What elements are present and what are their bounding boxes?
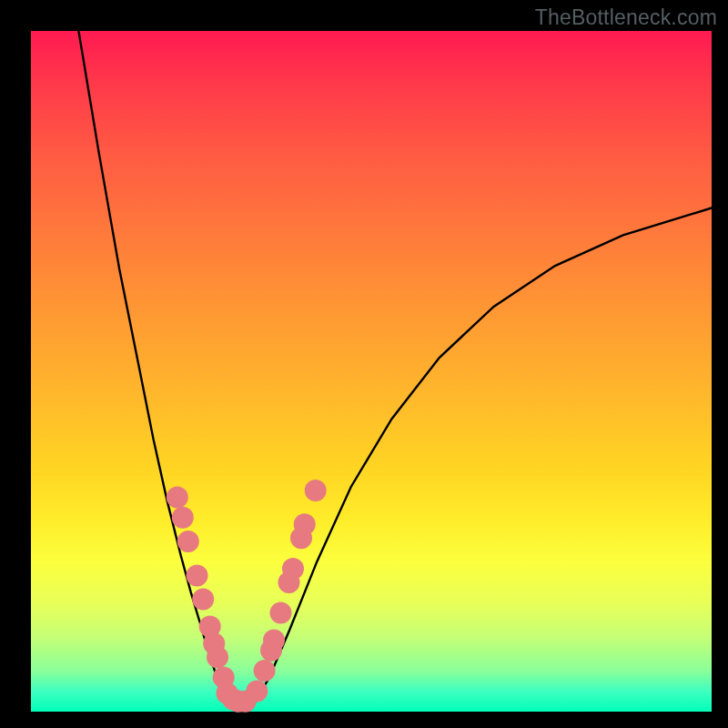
marker-dot <box>192 589 214 611</box>
bottleneck-curve <box>78 31 712 708</box>
watermark-text: TheBottleneck.com <box>535 5 717 30</box>
marker-dot <box>270 602 292 624</box>
marker-dot <box>187 564 208 586</box>
marker-dot <box>177 531 199 552</box>
marker-dot <box>207 646 228 668</box>
marker-dot <box>254 660 276 682</box>
marker-dot <box>246 681 268 703</box>
marker-dot <box>294 513 316 535</box>
marker-dot <box>305 480 327 501</box>
plot-area <box>31 31 712 712</box>
marker-dot <box>263 630 285 652</box>
marker-dot <box>172 507 194 529</box>
chart-frame: TheBottleneck.com <box>0 0 728 728</box>
chart-svg <box>31 31 712 712</box>
marker-dot <box>282 558 304 580</box>
marker-dot <box>167 486 188 508</box>
